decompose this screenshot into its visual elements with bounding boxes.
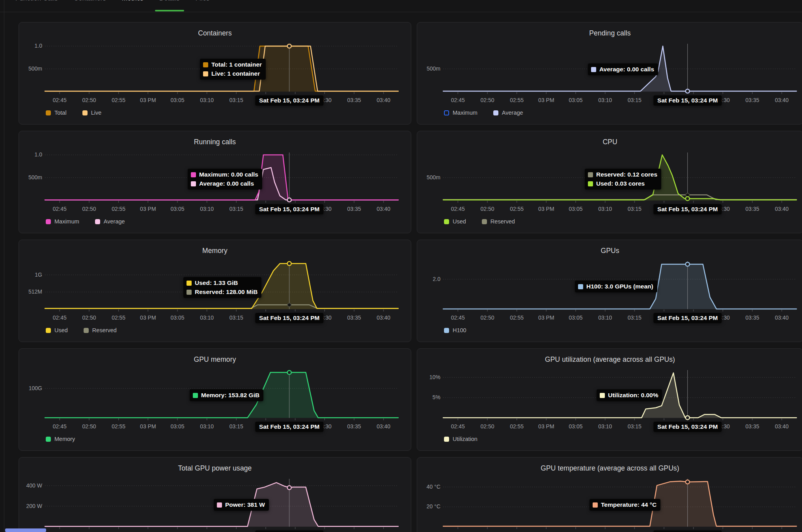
chart-tooltip: Memory: 153.82 GiB — [190, 389, 263, 401]
tooltip-swatch-icon — [588, 172, 593, 177]
tooltip-value-text: Reserved: 128.00 MiB — [195, 288, 257, 296]
chart-card-gpus: GPUs2.002:4502:5002:5503 PM03:0503:1003:… — [417, 240, 802, 342]
crosshair-time-tooltip: Sat Feb 15, 03:24 PM — [255, 204, 323, 214]
chart-legend: UsedReserved — [46, 327, 117, 333]
legend-item-utilization[interactable]: Utilization — [444, 436, 477, 442]
chart-tooltip: Utilization: 0.00% — [597, 389, 662, 401]
x-axis-label: 03:05 — [563, 97, 588, 103]
y-axis-label: 400 W — [20, 482, 42, 489]
x-axis-label: 03:35 — [341, 97, 367, 103]
legend-item-reserved[interactable]: Reserved — [84, 327, 117, 333]
legend-item-total[interactable]: Total — [46, 110, 67, 116]
x-axis-label: 02:45 — [47, 314, 72, 321]
tooltip-value-text: Average: 0.00 calls — [199, 180, 254, 187]
legend-label: Used — [54, 327, 68, 333]
tooltip-value-text: Power: 381 W — [225, 501, 265, 508]
x-axis-label: 02:55 — [504, 97, 530, 103]
x-axis-label: 03:40 — [769, 314, 795, 321]
legend-item-maximum[interactable]: Maximum — [46, 218, 79, 225]
chart-tooltip: Reserved: 0.12 coresUsed: 0.03 cores — [585, 169, 661, 190]
legend-label: Utilization — [453, 436, 477, 442]
chart-tooltip: Power: 381 W — [214, 499, 269, 511]
legend-label: Used — [453, 218, 466, 225]
y-axis-label: 500m — [418, 65, 440, 72]
crosshair-time-tooltip: Sat Feb 15, 03:24 PM — [653, 530, 722, 532]
tab-bar: Function Calls Containers Metrics Detail… — [15, 0, 210, 2]
chart-card-pending-calls: Pending calls500m02:4502:5002:5503 PM03:… — [417, 22, 802, 125]
x-axis-label: 03 PM — [533, 206, 559, 212]
crosshair-time-tooltip: Sat Feb 15, 03:24 PM — [255, 530, 323, 532]
x-axis-label: 03:15 — [622, 314, 647, 321]
tooltip-swatch-icon — [588, 181, 593, 186]
tooltip-swatch-icon — [187, 281, 192, 286]
tab-function-calls[interactable]: Function Calls — [15, 0, 58, 2]
crosshair-time-tooltip: Sat Feb 15, 03:24 PM — [653, 95, 722, 106]
y-axis-label: 500m — [20, 174, 42, 180]
legend-item-h100[interactable]: H100 — [444, 327, 466, 333]
tab-metrics[interactable]: Metrics — [122, 0, 144, 2]
legend-label: Average — [502, 110, 523, 116]
x-axis-label: 02:55 — [106, 97, 131, 103]
chart-tooltip: Used: 1.33 GiBReserved: 128.00 MiB — [183, 277, 261, 298]
crosshair-time-tooltip: Sat Feb 15, 03:24 PM — [653, 422, 722, 432]
x-axis-label: 03:15 — [622, 206, 647, 212]
x-axis-label: 03:35 — [740, 97, 765, 103]
x-axis-label: 03:05 — [165, 423, 190, 430]
legend-label: Total — [54, 110, 67, 116]
gpu-power-plot[interactable] — [19, 458, 412, 532]
y-axis-label: 200 W — [20, 503, 42, 509]
x-axis-label: 02:45 — [47, 206, 72, 212]
tooltip-value-text: Average: 0.00 calls — [599, 66, 654, 73]
legend-item-used[interactable]: Used — [444, 218, 466, 225]
legend-item-reserved[interactable]: Reserved — [482, 218, 515, 225]
crosshair-time-tooltip: Sat Feb 15, 03:24 PM — [255, 95, 323, 106]
tooltip-value-text: Memory: 153.82 GiB — [201, 392, 259, 399]
x-axis-label: 03:05 — [563, 423, 588, 430]
chart-card-containers: Containers1.0500m02:4502:5002:5503 PM03:… — [19, 22, 411, 125]
chart-card-gpu-utilization: GPU utilization (average across all GPUs… — [417, 348, 802, 451]
legend-swatch-icon — [82, 110, 88, 115]
chart-legend: Memory — [46, 436, 75, 442]
y-axis-label: 2.0 — [418, 276, 440, 282]
legend-item-live[interactable]: Live — [82, 110, 102, 116]
tooltip-swatch-icon — [578, 284, 583, 289]
x-axis-label: 02:55 — [106, 206, 131, 212]
scroll-indicator[interactable] — [5, 528, 46, 532]
tab-files[interactable]: Files — [196, 0, 210, 2]
legend-label: H100 — [453, 327, 466, 333]
chart-card-gpu-power: Total GPU power usage400 W200 W02:4502:5… — [19, 457, 411, 532]
x-axis-label: 03:15 — [622, 423, 647, 430]
x-axis-label: 02:45 — [47, 423, 72, 430]
gpu-temperature-plot[interactable] — [417, 458, 802, 532]
x-axis-label: 02:50 — [76, 206, 102, 212]
y-axis-label: 20 °C — [418, 503, 440, 510]
x-axis-label: 03:10 — [593, 206, 618, 212]
legend-label: Maximum — [54, 218, 79, 225]
legend-item-maximum[interactable]: Maximum — [444, 110, 477, 116]
chart-tooltip: H100: 3.0 GPUs (mean) — [575, 281, 657, 292]
legend-swatch-icon — [46, 328, 51, 333]
crosshair-time-tooltip: Sat Feb 15, 03:24 PM — [255, 422, 323, 432]
x-axis-label: 03:40 — [769, 97, 795, 103]
chart-legend: TotalLive — [46, 110, 101, 116]
crosshair-time-tooltip: Sat Feb 15, 03:24 PM — [255, 313, 323, 323]
x-axis-label: 03:10 — [593, 97, 618, 103]
tab-containers[interactable]: Containers — [74, 0, 106, 2]
legend-swatch-icon — [46, 219, 51, 224]
legend-item-memory[interactable]: Memory — [46, 436, 75, 442]
y-axis-label: 512M — [20, 288, 42, 295]
y-axis-label: 10% — [418, 374, 440, 380]
x-axis-label: 03:10 — [593, 314, 618, 321]
x-axis-label: 03:40 — [371, 314, 396, 321]
x-axis-label: 03:05 — [563, 206, 588, 212]
tab-details[interactable]: Details — [159, 0, 180, 2]
legend-item-average[interactable]: Average — [95, 218, 125, 225]
x-axis-label: 02:50 — [76, 314, 102, 321]
crosshair-time-tooltip: Sat Feb 15, 03:24 PM — [653, 313, 722, 323]
legend-label: Live — [91, 110, 102, 116]
x-axis-label: 03:15 — [622, 97, 647, 103]
y-axis-label: 1.0 — [20, 43, 42, 49]
tooltip-value-text: Utilization: 0.00% — [608, 392, 658, 399]
legend-item-average[interactable]: Average — [493, 110, 523, 116]
legend-item-used[interactable]: Used — [46, 327, 68, 333]
